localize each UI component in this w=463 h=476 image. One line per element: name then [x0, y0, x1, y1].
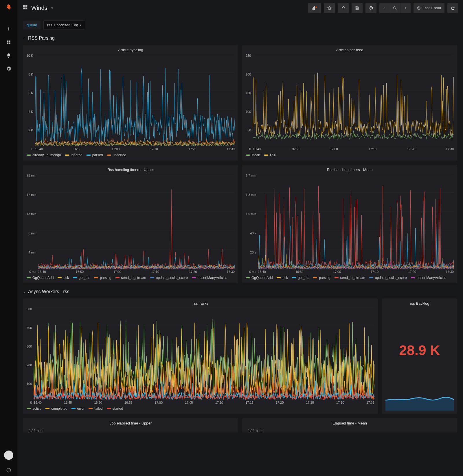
- variable-value-dropdown[interactable]: rss + podcast + og ▾: [43, 20, 85, 30]
- legend-item[interactable]: send_to_stream: [115, 276, 146, 280]
- user-avatar[interactable]: [4, 451, 13, 460]
- legend-item[interactable]: get_rss: [292, 276, 309, 280]
- star-button[interactable]: [324, 3, 335, 13]
- legend-item[interactable]: Mean: [246, 153, 260, 157]
- legend-item[interactable]: ack: [58, 276, 69, 280]
- legend-item[interactable]: completed: [45, 407, 67, 411]
- legend-item[interactable]: ack: [277, 276, 288, 280]
- panel-title: rss Backlog: [385, 301, 454, 306]
- chevron-down-icon: ⌄: [23, 36, 26, 40]
- svg-rect-4: [314, 6, 315, 10]
- time-picker-label: Last 1 hour: [422, 6, 441, 10]
- svg-point-5: [394, 6, 396, 9]
- panel-title: Rss handling timers - Mean: [246, 168, 454, 172]
- legend-item[interactable]: OgQueueAdd: [246, 276, 273, 280]
- time-picker-button[interactable]: Last 1 hour: [414, 3, 444, 13]
- dashboard-icon: [22, 4, 28, 12]
- singlestat-value: 28.9 K: [385, 307, 454, 393]
- panel-title: Article sync'ing: [27, 48, 235, 52]
- panel-elapsed-mean[interactable]: Elapsed time - Mean 1.11 hour: [242, 418, 457, 433]
- side-navigation: ?: [0, 0, 17, 476]
- row-title: RSS Parsing: [28, 36, 55, 41]
- legend-item[interactable]: update_social_score: [150, 276, 188, 280]
- legend-item[interactable]: ignored: [65, 153, 82, 157]
- legend-item[interactable]: already_in_mongo: [27, 153, 61, 157]
- legend-item[interactable]: active: [27, 407, 41, 411]
- legend-item[interactable]: send_to_stream: [335, 276, 365, 280]
- time-back-button[interactable]: [379, 3, 390, 13]
- panel-title: Elapsed time - Mean: [246, 421, 454, 425]
- row-title: Async Workers - rss: [28, 289, 69, 294]
- template-variable-row: queue rss + podcast + og ▾: [23, 20, 457, 30]
- refresh-button[interactable]: [447, 3, 458, 13]
- panel-article-syncing[interactable]: Article sync'ing10 K8 K6 K4 K2 K016:4016…: [23, 45, 238, 161]
- legend-item[interactable]: upsertManyArticles: [411, 276, 446, 280]
- help-icon[interactable]: ?: [3, 464, 14, 476]
- chevron-down-icon: ▾: [80, 23, 81, 27]
- add-icon[interactable]: [3, 23, 14, 35]
- time-range-nav: [379, 3, 411, 13]
- panel-job-elapsed-upper[interactable]: Job elapsed time - Upper 1.11 hour: [23, 418, 238, 433]
- legend-item[interactable]: upsertManyArticles: [192, 276, 227, 280]
- panel-articles-per-feed[interactable]: Articles per feed25020015010050016:4016:…: [242, 45, 457, 161]
- panel-value: 1.11 hour: [246, 427, 454, 433]
- variable-value-text: rss + podcast + og: [47, 23, 78, 27]
- zoom-out-button[interactable]: [390, 3, 400, 13]
- panel-rss-timers-mean[interactable]: Rss handling timers - Mean1.7 min1.3 min…: [242, 165, 457, 283]
- panel-value: 1.11 hour: [27, 427, 235, 433]
- dashboard-settings-button[interactable]: [365, 3, 376, 13]
- sparkline: [385, 393, 454, 411]
- panel-rss-tasks[interactable]: rss Tasks500400300200100016:4016:4516:50…: [23, 298, 378, 414]
- top-toolbar: Winds ▾: [17, 0, 463, 16]
- panel-rss-timers-upper[interactable]: Rss handling timers - Upper21 min17 min1…: [23, 165, 238, 283]
- grafana-logo-icon[interactable]: [4, 3, 14, 13]
- legend-item[interactable]: started: [107, 407, 123, 411]
- svg-text:?: ?: [8, 469, 10, 472]
- time-forward-button[interactable]: [400, 3, 411, 13]
- legend-item[interactable]: failed: [89, 407, 103, 411]
- panel-title: Rss handling timers - Upper: [27, 168, 235, 172]
- alerting-icon[interactable]: [3, 50, 14, 61]
- legend-item[interactable]: update_social_score: [369, 276, 407, 280]
- legend-item[interactable]: upserted: [107, 153, 126, 157]
- legend-item[interactable]: get_rss: [73, 276, 90, 280]
- legend-item[interactable]: parsed: [87, 153, 103, 157]
- dashboard-title[interactable]: Winds ▾: [22, 4, 53, 12]
- row-header-async-workers[interactable]: ⌄ Async Workers - rss: [23, 289, 457, 294]
- panel-title: Articles per feed: [246, 48, 454, 52]
- svg-rect-3: [313, 7, 313, 10]
- legend-item[interactable]: parsing: [313, 276, 330, 280]
- clock-icon: [417, 6, 421, 10]
- add-panel-button[interactable]: [308, 3, 321, 13]
- save-button[interactable]: [352, 3, 363, 13]
- chevron-down-icon: ▾: [51, 6, 53, 10]
- panel-rss-backlog[interactable]: rss Backlog 28.9 K: [382, 298, 457, 414]
- row-header-rss-parsing[interactable]: ⌄ RSS Parsing: [23, 36, 457, 41]
- legend-item[interactable]: parsing: [94, 276, 111, 280]
- variable-name: queue: [23, 21, 41, 30]
- legend-item[interactable]: error: [71, 407, 84, 411]
- legend-item[interactable]: OgQueueAdd: [27, 276, 54, 280]
- chevron-down-icon: ⌄: [23, 290, 26, 294]
- panel-title: rss Tasks: [27, 301, 374, 306]
- dashboard-title-text: Winds: [31, 5, 47, 11]
- svg-rect-2: [312, 8, 313, 10]
- dashboards-icon[interactable]: [3, 36, 14, 48]
- share-button[interactable]: [338, 3, 349, 13]
- legend-item[interactable]: P90: [264, 153, 276, 157]
- settings-icon[interactable]: [3, 63, 14, 75]
- panel-title: Job elapsed time - Upper: [27, 421, 235, 425]
